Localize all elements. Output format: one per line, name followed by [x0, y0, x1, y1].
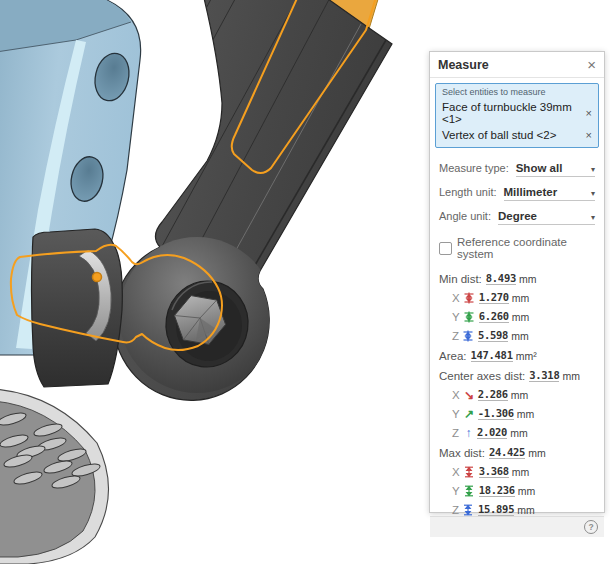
- measurement-value[interactable]: 147.481: [471, 349, 513, 362]
- measurement-value[interactable]: 15.895: [478, 503, 514, 516]
- selected-entity-label: Face of turnbuckle 39mm <1>: [442, 101, 586, 125]
- min-dist-row: Min dist: 8.493 mm: [439, 272, 595, 285]
- selected-entity-label: Vertex of ball stud <2>: [442, 129, 556, 141]
- min-dist-icon: [463, 292, 475, 304]
- selection-box-label: Select entities to measure: [442, 87, 592, 97]
- chevron-down-icon: ▾: [591, 189, 595, 198]
- measurement-value[interactable]: 2.286: [478, 388, 508, 401]
- measurement-value[interactable]: 18.236: [479, 484, 515, 497]
- arrow-se-icon: ↘: [463, 389, 476, 401]
- ball-stud-vertex-marker: [93, 273, 102, 282]
- measurement-value[interactable]: 24.425: [489, 446, 525, 459]
- max-dist-icon: [462, 504, 474, 516]
- measurement-value[interactable]: 8.493: [486, 272, 516, 285]
- max-dist-x-row: X 3.368 mm: [452, 465, 595, 478]
- min-dist-z-row: Z 5.598 mm: [452, 329, 595, 342]
- help-icon[interactable]: ?: [584, 520, 598, 534]
- reference-coordinate-row: Reference coordinate system: [439, 236, 595, 260]
- angle-unit-label: Angle unit:: [439, 210, 491, 222]
- min-dist-icon: [462, 330, 474, 342]
- arrow-ne-icon: ↗: [463, 408, 476, 420]
- close-icon[interactable]: ×: [587, 59, 596, 71]
- area-row: Area: 147.481 mm²: [439, 349, 595, 362]
- measurement-value[interactable]: 6.260: [479, 310, 509, 323]
- panel-footer: ?: [430, 516, 604, 537]
- measure-type-row: Measure type: Show all ▾: [430, 162, 604, 177]
- panel-header: Measure ×: [430, 52, 604, 78]
- reference-coordinate-checkbox[interactable]: [439, 242, 452, 255]
- arrow-up-icon: ↑: [462, 427, 475, 439]
- center-dist-y-row: Y ↗ -1.306 mm: [452, 407, 595, 420]
- angle-unit-select[interactable]: Degree ▾: [498, 210, 595, 225]
- remove-entity-icon[interactable]: ×: [586, 129, 592, 141]
- disc-face: [0, 401, 95, 557]
- length-unit-select[interactable]: Millimeter ▾: [504, 186, 596, 201]
- max-dist-icon: [463, 485, 475, 497]
- measure-type-label: Measure type:: [439, 162, 509, 174]
- angle-unit-row: Angle unit: Degree ▾: [430, 210, 604, 225]
- remove-entity-icon[interactable]: ×: [586, 107, 592, 119]
- reference-coordinate-label: Reference coordinate system: [457, 236, 595, 260]
- measure-type-select[interactable]: Show all ▾: [516, 162, 595, 177]
- length-unit-label: Length unit:: [439, 186, 497, 198]
- max-dist-z-row: Z 15.895 mm: [452, 503, 595, 516]
- max-dist-y-row: Y 18.236 mm: [452, 484, 595, 497]
- measurement-value[interactable]: 5.598: [478, 329, 508, 342]
- center-dist-z-row: Z ↑ 2.020 mm: [452, 426, 595, 439]
- measurement-value[interactable]: 1.270: [479, 291, 509, 304]
- measurement-value[interactable]: 3.318: [529, 369, 559, 382]
- measurement-results: Min dist: 8.493 mm X 1.270 mm Y 6.260 mm…: [430, 262, 604, 516]
- chevron-down-icon: ▾: [591, 213, 595, 222]
- selected-entity-row[interactable]: Face of turnbuckle 39mm <1> ×: [442, 99, 592, 127]
- chevron-down-icon: ▾: [591, 165, 595, 174]
- measure-panel: Measure × Select entities to measure Fac…: [429, 51, 605, 513]
- measurement-value[interactable]: 3.368: [479, 465, 509, 478]
- min-dist-x-row: X 1.270 mm: [452, 291, 595, 304]
- perforated-disc-part[interactable]: [0, 389, 109, 564]
- panel-title: Measure: [438, 58, 489, 72]
- min-dist-y-row: Y 6.260 mm: [452, 310, 595, 323]
- max-dist-icon: [463, 466, 475, 478]
- measurement-value[interactable]: -1.306: [478, 407, 514, 420]
- min-dist-icon: [463, 311, 475, 323]
- selection-box[interactable]: Select entities to measure Face of turnb…: [435, 83, 599, 148]
- selected-entity-row[interactable]: Vertex of ball stud <2> ×: [442, 127, 592, 143]
- length-unit-row: Length unit: Millimeter ▾: [430, 186, 604, 201]
- measurement-value[interactable]: 2.020: [477, 426, 507, 439]
- max-dist-row: Max dist: 24.425 mm: [439, 446, 595, 459]
- center-dist-x-row: X ↘ 2.286 mm: [452, 388, 595, 401]
- center-axes-dist-row: Center axes dist: 3.318 mm: [439, 369, 595, 382]
